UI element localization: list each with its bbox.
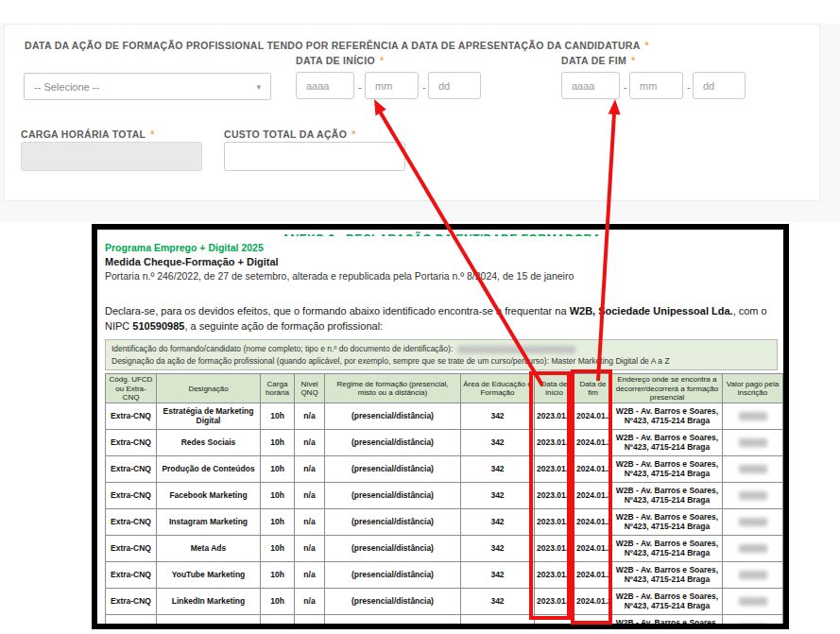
- declaration-text: , a seguinte ação de formação profission…: [184, 320, 383, 332]
- table-header-cell: Valor pago pela inscrição: [723, 374, 783, 403]
- inicio-year-input[interactable]: [296, 72, 354, 99]
- blurred-value: [739, 571, 767, 579]
- table-cell: Redes Sociais: [157, 429, 261, 455]
- table-header-cell: Área de Educação e Formação: [461, 374, 535, 403]
- table-cell: n/a: [295, 614, 325, 629]
- valor-cell-blurred: [723, 588, 783, 614]
- table-cell: Extra-CNQ: [106, 588, 157, 614]
- table-header-cell: Nível QNQ: [295, 374, 325, 403]
- data-fim-label-text: DATA DE FIM: [561, 55, 626, 66]
- inicio-month-input[interactable]: [365, 72, 419, 99]
- doc-title-clipped: ANEXO 3 - DECLARAÇÃO DA ENTIDADE FORMADO…: [105, 230, 778, 236]
- custo-total-input[interactable]: [224, 142, 405, 171]
- table-cell: Extra-CNQ: [106, 561, 157, 588]
- doc-title-text: ANEXO 3 - DECLARAÇÃO DA ENTIDADE FORMADO…: [282, 232, 601, 236]
- table-cell: Facebook Marketing: [157, 482, 261, 508]
- table-cell: 342: [461, 588, 535, 614]
- fim-month-input[interactable]: [629, 72, 683, 99]
- table-cell: Site WordPress: [157, 614, 261, 629]
- blurred-candidate-name: [457, 346, 575, 353]
- table-cell: 342: [461, 455, 535, 482]
- table-cell: 342: [461, 561, 535, 588]
- valor-cell-blurred: [723, 508, 783, 535]
- table-row: Extra-CNQLinkedIn Marketing10hn/a(presen…: [106, 588, 783, 614]
- valor-cell-blurred: [723, 403, 783, 429]
- table-cell: YouTube Marketing: [157, 561, 261, 588]
- table-cell: Extra-CNQ: [106, 482, 157, 508]
- carga-horaria-label: CARGA HORÁRIA TOTAL*: [21, 129, 155, 140]
- table-cell: 482: [461, 614, 535, 629]
- table-cell: W2B - Av. Barros e Soares, Nº423, 4715-2…: [612, 429, 723, 455]
- section-label-text: DATA DA AÇÃO DE FORMAÇÃO PROFISSIONAL TE…: [25, 40, 641, 51]
- document-screenshot: ANEXO 3 - DECLARAÇÃO DA ENTIDADE FORMADO…: [92, 224, 789, 629]
- table-cell: W2B - Av. Barros e Soares, Nº423, 4715-2…: [612, 561, 723, 588]
- valor-cell-blurred: [723, 535, 783, 561]
- table-cell: 10h: [261, 403, 295, 429]
- carga-horaria-input: [21, 142, 202, 171]
- nipc-number: 510590985: [132, 320, 184, 332]
- valor-cell-blurred: [723, 561, 783, 588]
- table-header-cell: Data de início: [535, 374, 574, 403]
- table-row: Extra-CNQRedes Sociais10hn/a(presencial/…: [106, 429, 783, 455]
- table-cell: 342: [461, 403, 535, 429]
- blurred-value: [739, 597, 767, 606]
- valor-cell-blurred: [723, 429, 783, 455]
- table-cell: (presencial/distância): [325, 508, 461, 535]
- table-cell: (presencial/distância): [325, 429, 461, 455]
- table-cell: 2023.01.23: [535, 588, 574, 614]
- table-cell: 10h: [261, 588, 295, 614]
- table-cell: 2023.01.23: [535, 508, 574, 535]
- table-cell: 2024.01.23: [574, 614, 612, 629]
- carga-horaria-label-text: CARGA HORÁRIA TOTAL: [21, 129, 146, 140]
- blurred-value: [739, 438, 767, 447]
- table-cell: 10h: [261, 508, 295, 535]
- table-cell: 2023.01.23: [535, 614, 574, 629]
- doc-program-line: Programa Emprego + Digital 2025: [105, 242, 778, 253]
- table-cell: n/a: [295, 482, 325, 508]
- table-cell: Meta Ads: [157, 535, 261, 561]
- date-separator: -: [422, 81, 426, 93]
- table-cell: (presencial/distância): [325, 588, 461, 614]
- table-row: Extra-CNQProdução de Conteúdos10hn/a(pre…: [106, 455, 783, 482]
- table-cell: 2023.01.23: [535, 429, 574, 455]
- table-cell: W2B - Av. Barros e Soares, Nº423, 4715-2…: [612, 588, 723, 614]
- table-cell: W2B - Av. Barros e Soares, Nº423, 4715-2…: [612, 508, 723, 535]
- table-cell: LinkedIn Marketing: [157, 588, 261, 614]
- table-cell: W2B - Av. Barros e Soares, Nº423, 4715-2…: [612, 535, 723, 561]
- table-cell: 2023.01.23: [535, 561, 574, 588]
- table-row: Extra-CNQInstagram Marketing10hn/a(prese…: [106, 508, 783, 535]
- table-cell: Estratégia de Marketing Digital: [157, 403, 261, 429]
- valor-cell-blurred: [723, 482, 783, 508]
- table-cell: Produção de Conteúdos: [157, 455, 261, 482]
- required-asterisk: *: [150, 129, 154, 140]
- data-inicio-label: DATA DE INÍCIO*: [296, 55, 384, 66]
- table-cell: (presencial/distância): [325, 482, 461, 508]
- fim-day-input[interactable]: [693, 72, 746, 99]
- required-asterisk: *: [380, 55, 384, 66]
- formacao-select[interactable]: -- Selecione -- ▾: [24, 73, 271, 100]
- table-cell: n/a: [295, 508, 325, 535]
- table-cell: 2024.01.23: [574, 429, 612, 455]
- fim-year-input[interactable]: [561, 72, 620, 99]
- table-cell: 2024.01.23: [574, 482, 612, 508]
- table-row: Extra-CNQFacebook Marketing10hn/a(presen…: [106, 482, 783, 508]
- table-row: Extra-CNQEstratégia de Marketing Digital…: [106, 403, 783, 429]
- date-separator: -: [358, 81, 362, 93]
- table-cell: 2024.01.23: [574, 508, 612, 535]
- table-cell: 10h: [261, 455, 295, 482]
- table-cell: n/a: [295, 561, 325, 588]
- table-row: Extra-CNQMeta Ads10hn/a(presencial/distâ…: [106, 535, 783, 561]
- table-cell: Extra-CNQ: [106, 535, 157, 561]
- table-cell: 342: [461, 429, 535, 455]
- blurred-value: [739, 518, 767, 526]
- table-cell: Extra-CNQ: [106, 614, 157, 629]
- inicio-day-input[interactable]: [428, 72, 481, 99]
- table-cell: 10h: [261, 614, 295, 629]
- table-cell: 2023.01.23: [535, 482, 574, 508]
- table-cell: 342: [461, 508, 535, 535]
- table-cell: 2024.01.23: [574, 561, 612, 588]
- table-header-row: Códg. UFCD ou Extra-CNQDesignaçãoCarga h…: [106, 374, 783, 403]
- custo-total-label: CUSTO TOTAL DA AÇÃO*: [224, 129, 356, 140]
- table-cell: n/a: [295, 403, 325, 429]
- table-cell: (presencial/distância): [325, 455, 461, 482]
